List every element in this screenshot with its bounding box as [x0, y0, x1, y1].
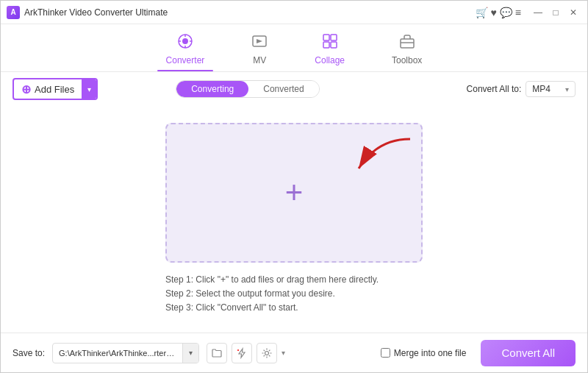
flash-icon-button[interactable] — [232, 343, 252, 363]
save-path-box[interactable]: G:\ArkThinker\ArkThinke...rter Ultimate\… — [52, 343, 199, 363]
svg-rect-5 — [323, 42, 329, 48]
merge-checkbox-container: Merge into one file — [381, 348, 467, 358]
folder-icon — [211, 347, 223, 359]
merge-checkbox-label: Merge into one file — [394, 348, 467, 358]
add-files-label: Add Files — [35, 84, 74, 95]
window-controls: — □ ✕ — [530, 4, 581, 21]
drop-zone[interactable]: + — [165, 123, 423, 263]
settings-icon-button[interactable] — [257, 343, 277, 363]
title-bar-icons: 🛒 ♥ 💬 ≡ — [476, 7, 521, 18]
instructions: Step 1: Click "+" to add files or drag t… — [165, 274, 423, 316]
settings-icon — [261, 347, 273, 359]
convert-all-button[interactable]: Convert All — [481, 340, 576, 366]
toolbox-icon — [399, 33, 415, 53]
svg-rect-6 — [331, 42, 337, 48]
convert-all-to-label: Convert All to: — [467, 84, 522, 94]
svg-rect-4 — [331, 35, 337, 40]
instruction-2: Step 2: Select the output format you des… — [165, 288, 423, 299]
bottom-bar: Save to: G:\ArkThinker\ArkThinke...rter … — [1, 333, 587, 372]
format-value: MP4 — [532, 84, 551, 94]
tab-toolbox[interactable]: Toolbox — [383, 30, 431, 71]
convert-all-to: Convert All to: MP4 ▾ — [467, 81, 576, 97]
folder-icon-button[interactable] — [207, 343, 227, 363]
converting-tab[interactable]: Converting — [176, 81, 248, 97]
add-files-dropdown-arrow[interactable]: ▾ — [82, 79, 96, 99]
app-logo: A — [7, 6, 20, 19]
add-files-button[interactable]: ⊕ Add Files ▾ — [12, 78, 98, 100]
converter-icon — [177, 33, 193, 53]
format-chevron: ▾ — [565, 85, 569, 93]
drop-zone-plus: + — [285, 177, 304, 208]
tab-mv[interactable]: MV — [243, 30, 276, 71]
svg-rect-7 — [401, 39, 414, 48]
svg-point-1 — [182, 38, 188, 44]
tab-toolbox-label: Toolbox — [392, 55, 422, 65]
close-button[interactable]: ✕ — [565, 4, 581, 21]
converted-tab[interactable]: Converted — [248, 81, 318, 97]
format-select[interactable]: MP4 ▾ — [526, 81, 576, 97]
nav-tabs: Converter MV Collage — [1, 24, 587, 72]
mv-icon — [251, 33, 268, 53]
merge-checkbox-input[interactable] — [381, 348, 390, 358]
maximize-button[interactable]: □ — [548, 4, 564, 21]
minimize-button[interactable]: — — [530, 4, 546, 21]
chat-icon[interactable]: 💬 — [500, 7, 512, 18]
save-path-chevron[interactable]: ▾ — [182, 344, 198, 363]
save-to-label: Save to: — [12, 348, 45, 358]
instruction-3: Step 3: Click "Convert All" to start. — [165, 302, 423, 313]
red-arrow — [318, 135, 414, 194]
tab-switcher: Converting Converted — [176, 80, 319, 98]
tab-mv-label: MV — [253, 55, 266, 65]
instruction-1: Step 1: Click "+" to add files or drag t… — [165, 274, 423, 285]
tab-converter[interactable]: Converter — [157, 30, 214, 71]
app-title: ArkThinker Video Converter Ultimate — [24, 7, 476, 18]
tab-collage-label: Collage — [315, 55, 345, 65]
tab-converter-label: Converter — [166, 55, 205, 65]
add-files-main: ⊕ Add Files — [14, 82, 82, 96]
cart-icon[interactable]: 🛒 — [476, 7, 488, 18]
bottom-icons: ▾ — [207, 343, 285, 363]
plus-icon: ⊕ — [21, 82, 31, 96]
main-content: + Step 1: Click "+" to add files or drag… — [1, 106, 587, 333]
flash-icon — [236, 347, 248, 359]
menu-icon[interactable]: ≡ — [515, 7, 521, 18]
svg-rect-3 — [323, 35, 329, 40]
title-bar: A ArkThinker Video Converter Ultimate 🛒 … — [1, 1, 587, 24]
save-path-text: G:\ArkThinker\ArkThinke...rter Ultimate\… — [53, 349, 182, 358]
svg-point-11 — [265, 351, 269, 355]
collage-icon — [322, 33, 338, 53]
tab-collage[interactable]: Collage — [306, 30, 354, 71]
heart-icon[interactable]: ♥ — [491, 7, 497, 18]
settings-chevron[interactable]: ▾ — [282, 349, 285, 357]
toolbar: ⊕ Add Files ▾ Converting Converted Conve… — [1, 72, 587, 106]
